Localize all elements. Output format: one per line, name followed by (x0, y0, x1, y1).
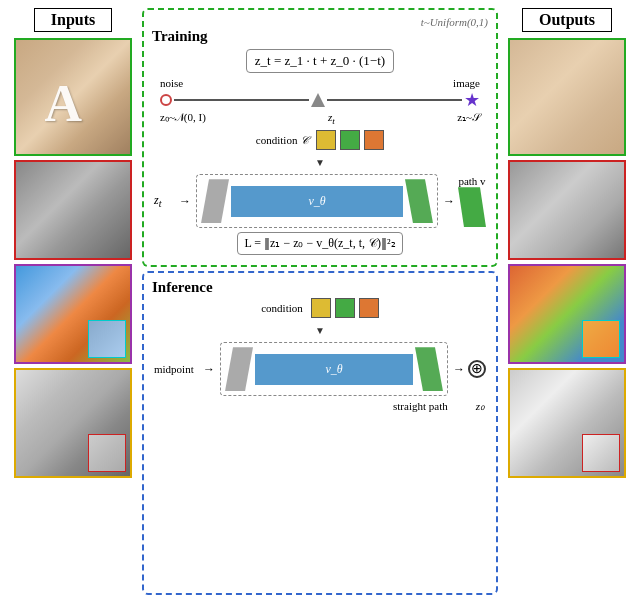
cond-block-2 (340, 130, 360, 150)
path-label: path v (458, 175, 485, 187)
flow-line-1 (174, 99, 309, 101)
input-thumb-3 (88, 320, 126, 358)
inference-box: Inference condition ▼ midpoint → v_θ (142, 271, 498, 595)
arrow-right-1: → (179, 194, 191, 209)
noise-label: noise (160, 77, 183, 89)
output-image-3 (508, 264, 626, 364)
image-label: image (453, 77, 480, 89)
decoder-block (405, 179, 433, 223)
input-image-3 (14, 264, 132, 364)
inf-arrow-down: ▼ (152, 320, 488, 338)
output-thumb-4 (582, 434, 620, 472)
midpoint-label: midpoint (154, 363, 200, 375)
encoder-block (201, 179, 229, 223)
inf-encoder-block (225, 347, 253, 391)
outputs-title: Outputs (522, 8, 612, 32)
inf-bottom-row: straight path z₀ (152, 400, 488, 413)
path-block (458, 187, 486, 227)
inf-cond-block-2 (335, 298, 355, 318)
inf-v-theta-block: v_θ (255, 354, 413, 385)
zt-label-center: zt (328, 111, 335, 126)
cond-block-3 (364, 130, 384, 150)
letter-a: A (45, 74, 83, 133)
inputs-column: Inputs A (8, 8, 138, 595)
inf-cond-block-3 (359, 298, 379, 318)
arrow-down-to-net: ▼ (152, 152, 488, 170)
z0-label: z₀~𝒩(0, I) (160, 111, 206, 124)
condition-label: condition 𝒞 (256, 134, 308, 147)
uniform-label: t~Uniform(0,1) (152, 16, 488, 28)
flow-vars-row: z₀~𝒩(0, I) zt z₁~𝒮 (160, 111, 480, 126)
noise-node (160, 94, 172, 106)
v-theta-block: v_θ (231, 186, 403, 217)
inf-v-theta-label: v_θ (325, 362, 342, 376)
training-formula: z_t = z_1 · t + z_0 · (1−t) (246, 49, 394, 73)
flow-line-2 (327, 99, 462, 101)
loss-text: L = ‖z₁ − z₀ − v_θ(z_t, t, 𝒞)‖²₂ (244, 236, 395, 250)
input-thumb-4 (88, 434, 126, 472)
cond-block-1 (316, 130, 336, 150)
input-image-2 (14, 160, 132, 260)
input-image-4 (14, 368, 132, 478)
input-image-1: A (14, 38, 132, 156)
straight-path-label: straight path (393, 400, 448, 412)
output-image-1 (508, 38, 626, 156)
main-layout: Inputs A t~Uniform(0,1) Training z_t = z… (0, 0, 640, 603)
circle-plus-symbol: ⊕ (468, 360, 486, 378)
path-v-container: path v (458, 175, 486, 227)
v-theta-label: v_θ (308, 194, 325, 208)
network-row: zt → v_θ → path v (154, 174, 486, 228)
inf-cond-block-1 (311, 298, 331, 318)
inf-arrow-1: → (203, 362, 215, 377)
arrow-right-2: → (443, 194, 455, 209)
inf-decoder-block (415, 347, 443, 391)
outputs-column: Outputs (502, 8, 632, 595)
training-box: t~Uniform(0,1) Training z_t = z_1 · t + … (142, 8, 498, 267)
training-title: Training (152, 28, 488, 45)
center-column: t~Uniform(0,1) Training z_t = z_1 · t + … (142, 8, 498, 595)
inf-network-row: midpoint → v_θ → ⊕ (154, 342, 486, 396)
flow-labels-row: noise image (160, 77, 480, 89)
inf-z0-label: z₀ (476, 400, 484, 413)
loss-formula: L = ‖z₁ − z₀ − v_θ(z_t, t, 𝒞)‖²₂ (237, 232, 402, 255)
z1-label: z₁~𝒮 (457, 111, 480, 124)
inf-condition-label: condition (261, 302, 303, 314)
network-diagram: v_θ (196, 174, 438, 228)
output-thumb-3 (582, 320, 620, 358)
flow-nodes-row: ★ (160, 91, 480, 109)
output-image-2 (508, 160, 626, 260)
output-image-4 (508, 368, 626, 478)
zt-node (311, 93, 325, 107)
inputs-title: Inputs (34, 8, 112, 32)
image-node: ★ (464, 91, 480, 109)
zt-net-label: zt (154, 193, 176, 209)
formula-text: z_t = z_1 · t + z_0 · (1−t) (255, 53, 385, 68)
inference-title: Inference (152, 279, 488, 296)
inf-arrow-2: → (453, 362, 465, 377)
inf-network-diagram: v_θ (220, 342, 448, 396)
